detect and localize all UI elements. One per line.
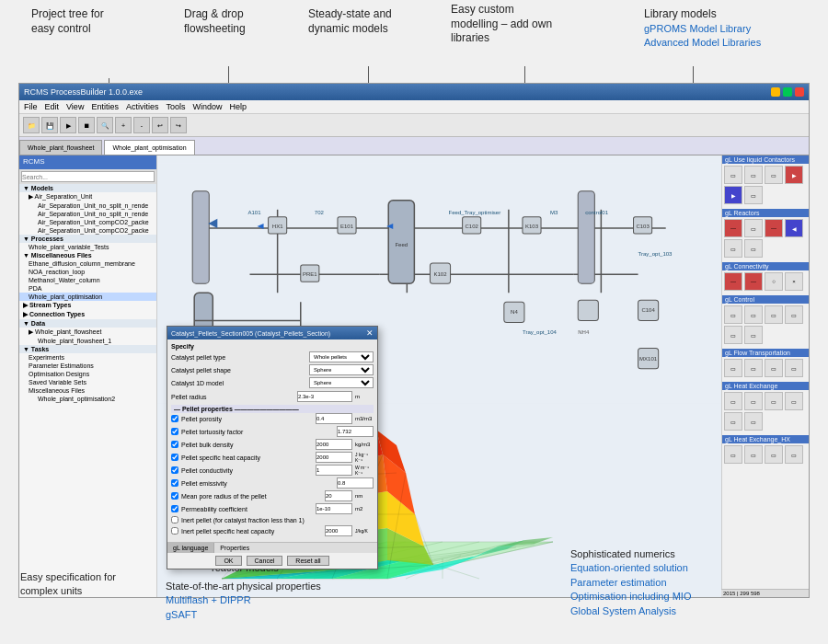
lib-reactor-btn-2[interactable]: ▭	[744, 219, 763, 237]
tree-item-whole-opt[interactable]: Whole_plant_optimisation	[19, 293, 156, 301]
lib-ctrl-btn-3[interactable]: ▭	[765, 305, 783, 324]
tree-item-opt-designs[interactable]: Optimisation Designs	[19, 370, 156, 378]
tree-item-pda[interactable]: PDA	[19, 284, 156, 293]
lib-ctrl-btn-1[interactable]: ▭	[724, 305, 742, 324]
tree-item-whole-fs[interactable]: ▶ Whole_plant_flowsheet	[19, 328, 156, 337]
lib-btn-2[interactable]: ▭	[744, 166, 763, 184]
lib-flow-btn-3[interactable]: ▭	[765, 359, 783, 377]
lib-ctrl-btn-2[interactable]: ▭	[744, 305, 763, 324]
lib-reactor-btn-3[interactable]: —	[765, 219, 783, 237]
toolbar-btn-3[interactable]: ▶	[60, 117, 76, 133]
popup-input-bulk-density[interactable]	[316, 439, 352, 450]
toolbar-btn-6[interactable]: +	[115, 117, 132, 133]
tree-item-misc2[interactable]: Miscellaneous Files	[19, 386, 156, 395]
tab-flowsheet[interactable]: Whole_plant_flowsheet	[19, 140, 102, 155]
lib-heat-btn-6[interactable]: ▭	[744, 412, 763, 431]
popup-tab-properties[interactable]: Properties	[214, 543, 255, 553]
tree-item-saved-vars[interactable]: Saved Variable Sets	[19, 378, 156, 386]
popup-select-pellet-type[interactable]: Whole pellets	[309, 351, 374, 362]
popup-check-emissivity[interactable]	[171, 479, 178, 487]
menu-activities[interactable]: Activities	[126, 102, 159, 111]
lib-hx-btn-1[interactable]: ▭	[724, 445, 742, 464]
popup-input-inert2[interactable]	[325, 525, 352, 536]
popup-select-pellet-shape[interactable]: Sphere	[309, 364, 374, 375]
popup-input-heat-cap[interactable]	[316, 452, 352, 463]
menu-edit[interactable]: Edit	[45, 102, 60, 111]
lib-btn-5[interactable]: ▶	[724, 186, 742, 204]
popup-check-permeability[interactable]	[171, 505, 178, 512]
popup-check-inert1[interactable]	[171, 516, 178, 523]
popup-select-catalyst-1d[interactable]: Sphere	[309, 377, 374, 388]
popup-check-tortuosity[interactable]	[171, 428, 178, 435]
lib-ctrl-btn-5[interactable]: ▭	[724, 326, 742, 344]
minimize-btn[interactable]	[771, 87, 780, 97]
toolbar-btn-1[interactable]: 📁	[23, 117, 40, 133]
popup-btn-reset[interactable]: Reset all	[287, 556, 328, 566]
lib-conn-btn-3[interactable]: ○	[765, 272, 783, 291]
tree-item-asu[interactable]: ▶ Air_Separation_Unit	[19, 192, 156, 201]
tree-item-param-est[interactable]: Parameter Estimations	[19, 362, 156, 370]
popup-btn-cancel[interactable]: Cancel	[247, 556, 283, 566]
tree-item-asu2[interactable]: Air_Separation_Unit_no_split_n_rende	[19, 210, 156, 218]
lib-heat-btn-2[interactable]: ▭	[744, 392, 763, 410]
close-btn[interactable]	[795, 87, 804, 97]
popup-input-pore-radius[interactable]	[325, 490, 352, 501]
lib-heat-btn-3[interactable]: ▭	[765, 392, 783, 410]
tab-optimisation[interactable]: Whole_plant_optimisation	[104, 140, 194, 155]
toolbar-btn-8[interactable]: ↩	[152, 117, 168, 133]
popup-input-conductivity[interactable]	[316, 465, 352, 476]
lib-ctrl-btn-4[interactable]: ▭	[785, 305, 803, 324]
menu-window[interactable]: Window	[192, 102, 222, 111]
popup-input-porosity[interactable]	[316, 413, 352, 424]
lib-reactor-btn-6[interactable]: ▭	[744, 239, 763, 258]
tree-item-methanol[interactable]: Methanol_Water_column	[19, 276, 156, 284]
popup-input-emissivity[interactable]	[337, 477, 374, 489]
toolbar-btn-5[interactable]: 🔍	[97, 117, 113, 133]
popup-input-radius[interactable]	[297, 391, 352, 402]
menu-file[interactable]: File	[24, 102, 38, 111]
lib-flow-btn-1[interactable]: ▭	[724, 359, 742, 377]
tree-item-noa[interactable]: NOA_reaction_loop	[19, 268, 156, 276]
popup-input-tortuosity[interactable]	[337, 426, 374, 437]
tree-item-asu1[interactable]: Air_Separation_Unit_no_split_n_rende	[19, 201, 156, 210]
popup-check-conductivity[interactable]	[171, 466, 178, 474]
lib-ctrl-btn-6[interactable]: ▭	[744, 326, 763, 344]
tree-item-asu4[interactable]: Air_Separation_Unit_compCO2_packe	[19, 226, 156, 235]
tree-item-whole-opt2[interactable]: Whole_plant_optimisation2	[19, 395, 156, 403]
tree-item-asu3[interactable]: Air_Separation_Unit_compCO2_packe	[19, 218, 156, 226]
popup-btn-ok[interactable]: OK	[215, 556, 241, 566]
lib-flow-btn-4[interactable]: ▭	[785, 359, 803, 377]
popup-check-inert2[interactable]	[171, 527, 178, 535]
lib-hx-btn-3[interactable]: ▭	[765, 445, 783, 464]
lib-conn-btn-2[interactable]: —	[744, 272, 763, 291]
lib-heat-btn-4[interactable]: ▭	[785, 392, 803, 410]
lib-conn-btn-4[interactable]: ×	[785, 272, 803, 291]
toolbar-btn-4[interactable]: ⏹	[78, 117, 95, 133]
lib-hx-btn-4[interactable]: ▭	[785, 445, 803, 464]
popup-input-permeability[interactable]	[316, 503, 352, 514]
tree-search-input[interactable]	[21, 171, 155, 182]
popup-check-porosity[interactable]	[171, 415, 178, 422]
popup-check-bulk-density[interactable]	[171, 441, 178, 448]
toolbar-btn-2[interactable]: 💾	[41, 117, 58, 133]
menu-tools[interactable]: Tools	[166, 102, 185, 111]
lib-conn-btn-1[interactable]: —	[724, 272, 742, 291]
lib-reactor-btn-4[interactable]: ◀	[785, 219, 803, 237]
menu-help[interactable]: Help	[229, 102, 247, 111]
tree-item-ethane[interactable]: Ethane_diffusion_column_membrane	[19, 259, 156, 268]
lib-btn-4[interactable]: ▶	[785, 166, 803, 184]
menu-entities[interactable]: Entities	[91, 102, 119, 111]
lib-reactor-btn-5[interactable]: ▭	[724, 239, 742, 258]
menu-view[interactable]: View	[66, 102, 84, 111]
tree-item-whole-fs1[interactable]: Whole_plant_flowsheet_1	[19, 337, 156, 345]
toolbar-btn-7[interactable]: -	[133, 117, 150, 133]
lib-flow-btn-2[interactable]: ▭	[744, 359, 763, 377]
lib-btn-1[interactable]: ▭	[724, 166, 742, 184]
lib-hx-btn-2[interactable]: ▭	[744, 445, 763, 464]
popup-check-pore-radius[interactable]	[171, 492, 178, 500]
lib-btn-3[interactable]: ▭	[765, 166, 783, 184]
toolbar-btn-9[interactable]: ↪	[170, 117, 187, 133]
maximize-btn[interactable]	[783, 87, 792, 97]
lib-btn-6[interactable]: ▭	[744, 186, 763, 204]
lib-heat-btn-1[interactable]: ▭	[724, 392, 742, 410]
